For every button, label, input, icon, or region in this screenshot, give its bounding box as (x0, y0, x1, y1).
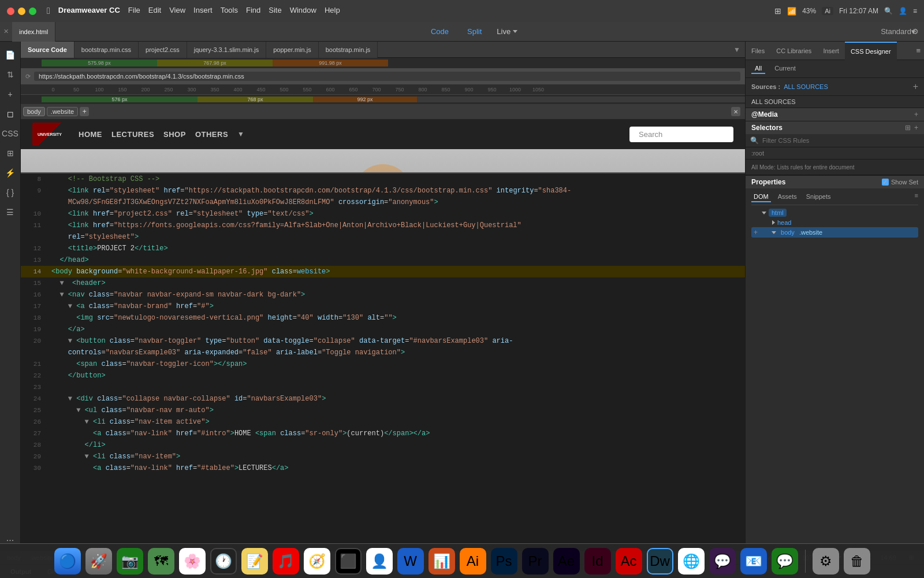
filter-icon[interactable]: ▼ (729, 46, 745, 54)
split-view-btn[interactable]: Split (458, 25, 491, 38)
dock-slack[interactable]: 💬 (709, 548, 736, 575)
dock-keynote[interactable]: 📊 (429, 548, 455, 575)
menu-file[interactable]: File (128, 6, 140, 16)
add-class-btn[interactable]: + (80, 107, 89, 116)
dock-acrobat[interactable]: Ac (616, 548, 642, 575)
sources-value[interactable]: ALL SOURCES (784, 83, 828, 90)
dock-indesign[interactable]: Id (584, 548, 611, 575)
sync-icon[interactable]: ⇅ (2, 66, 19, 83)
filter-css-input[interactable] (762, 137, 919, 144)
wifi-icon[interactable]: 📶 (787, 7, 796, 16)
element-icon[interactable]: ◻ (2, 105, 19, 123)
current-btn[interactable]: Current (771, 64, 799, 74)
dock-facetime[interactable]: 📷 (117, 548, 143, 575)
dock-finder[interactable]: 🔵 (54, 548, 81, 575)
snippets-tab[interactable]: Snippets (804, 192, 833, 202)
source-tab-0[interactable]: Source Code (21, 42, 74, 58)
preview-lock-icon[interactable]: ✕ (731, 107, 740, 116)
settings-icon[interactable]: ⚙ (907, 23, 924, 40)
source-tab-5[interactable]: bootstrap.min.js (319, 42, 378, 58)
menu-tools[interactable]: Tools (221, 6, 238, 16)
dock-launchpad[interactable]: 🚀 (85, 548, 112, 575)
menu-insert[interactable]: Insert (193, 6, 213, 16)
dock-trash[interactable]: 🗑 (844, 548, 870, 575)
traffic-lights[interactable] (7, 8, 36, 15)
rp-tab-css[interactable]: CSS Designer (845, 42, 897, 60)
insert-icon[interactable]: + (2, 86, 19, 103)
dock-dreamweaver[interactable]: Dw (647, 548, 673, 575)
show-set-toggle[interactable]: ✓ Show Set (882, 179, 918, 186)
snippet-icon[interactable]: { } (2, 184, 19, 201)
menu-edit[interactable]: Edit (148, 6, 161, 16)
dock-photos[interactable]: 🌸 (179, 548, 206, 575)
body-expand-icon[interactable] (772, 231, 776, 234)
dock-system-prefs[interactable]: ⚙ (813, 548, 839, 575)
dock-terminal[interactable]: ⬛ (335, 548, 362, 575)
dock-contacts[interactable]: 👤 (366, 548, 393, 575)
menu-view[interactable]: View (169, 6, 185, 16)
dom-icon[interactable]: ☰ (2, 203, 19, 221)
media-add-btn[interactable]: + (914, 110, 918, 118)
code-view-btn[interactable]: Code (422, 25, 458, 38)
ai-icon[interactable]: Ai (822, 7, 833, 15)
close-button[interactable] (7, 8, 14, 15)
maximize-button[interactable] (29, 8, 36, 15)
search-icon[interactable]: 🔍 (884, 7, 893, 15)
dock-chrome[interactable]: 🌐 (678, 548, 705, 575)
website-class-pill[interactable]: .website (47, 107, 78, 116)
dock-safari[interactable]: 🧭 (304, 548, 330, 575)
all-sources-item[interactable]: ALL SOURCES (746, 96, 924, 108)
body-add-icon[interactable]: + (754, 228, 758, 236)
dock-maps[interactable]: 🗺 (148, 548, 174, 575)
all-btn[interactable]: All (751, 64, 765, 74)
dock-premiere[interactable]: Pr (522, 548, 549, 575)
menu-site[interactable]: Site (269, 6, 281, 16)
rp-menu-icon[interactable]: ≡ (912, 46, 924, 55)
files-icon[interactable]: 📄 (2, 46, 19, 64)
body-tag-pill[interactable]: body (23, 107, 45, 116)
source-tab-2[interactable]: project2.css (139, 42, 187, 58)
dom-menu-icon[interactable]: ≡ (915, 192, 918, 202)
live-view-btn[interactable]: Live (491, 25, 523, 38)
rp-tab-insert[interactable]: Insert (817, 42, 845, 60)
add-source-btn[interactable]: + (913, 81, 918, 92)
menu-find[interactable]: Find (246, 6, 260, 16)
dom-tab[interactable]: DOM (751, 192, 771, 202)
assets-tab[interactable]: Assets (776, 192, 799, 202)
rp-tab-libraries[interactable]: CC Libraries (770, 42, 817, 60)
assets-icon[interactable]: ⊞ (2, 144, 19, 162)
dock-clock[interactable]: 🕐 (210, 548, 237, 575)
layout-selector[interactable]: Standard ▾ (889, 23, 907, 40)
show-set-checkbox[interactable]: ✓ (882, 179, 889, 186)
menu-icon[interactable]: ≡ (913, 7, 917, 15)
filter-icon[interactable]: ⊞ (905, 124, 911, 132)
preview-url-display[interactable]: https://stackpath.bootstrapcdn.com/boots… (34, 72, 740, 81)
root-item[interactable]: :root (746, 147, 924, 159)
html-expand-icon[interactable] (762, 212, 766, 214)
dom-tree-body[interactable]: + body .website (751, 227, 918, 238)
dock-outlook[interactable]: 📧 (740, 548, 767, 575)
code-pane[interactable]: 8 <!-- Bootstrap CSS --> 9 <link rel="st… (21, 173, 745, 550)
preview-search-box[interactable]: Search (629, 127, 733, 142)
rp-tab-files[interactable]: Files (746, 42, 770, 60)
file-tab-index[interactable]: index.html (12, 22, 55, 42)
dock-music[interactable]: 🎵 (273, 548, 299, 575)
behavior-icon[interactable]: ⚡ (2, 164, 19, 181)
control-center-icon[interactable]: ⊞ (774, 6, 781, 16)
menu-help[interactable]: Help (325, 6, 340, 16)
user-icon[interactable]: 👤 (899, 7, 907, 15)
css-icon[interactable]: CSS (2, 125, 19, 142)
source-tab-4[interactable]: popper.min.js (266, 42, 318, 58)
dock-aftereffects[interactable]: Ae (553, 548, 580, 575)
dock-illustrator[interactable]: Ai (460, 548, 486, 575)
source-tab-3[interactable]: jquery-3.3.1.slim.min.js (187, 42, 266, 58)
dock-notes[interactable]: 📝 (241, 548, 268, 575)
dock-word[interactable]: W (397, 548, 424, 575)
source-tab-1[interactable]: bootstrap.min.css (74, 42, 139, 58)
dock-messages[interactable]: 💬 (772, 548, 798, 575)
head-expand-icon[interactable] (772, 220, 775, 225)
apple-menu[interactable]:  (47, 6, 50, 16)
selectors-add-btn[interactable]: + (914, 124, 918, 132)
dock-photoshop[interactable]: Ps (491, 548, 517, 575)
menu-window[interactable]: Window (290, 6, 316, 16)
